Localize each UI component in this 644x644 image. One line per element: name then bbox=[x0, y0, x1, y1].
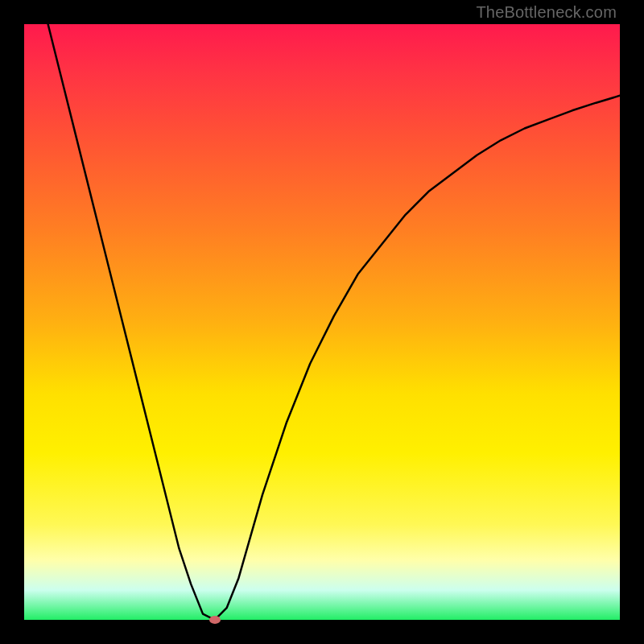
chart-container: TheBottleneck.com bbox=[0, 0, 644, 644]
minimum-marker bbox=[209, 616, 221, 624]
bottleneck-curve bbox=[48, 24, 620, 620]
curve-svg bbox=[24, 24, 620, 620]
plot-area bbox=[24, 24, 620, 620]
watermark-text: TheBottleneck.com bbox=[476, 3, 617, 22]
